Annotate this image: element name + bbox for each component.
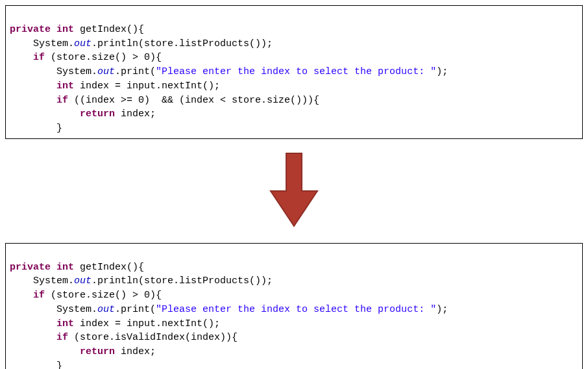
keyword-if: if [33,52,45,63]
keyword-private: private [10,262,51,273]
code-text: .print( [115,66,156,77]
code-text: .print( [115,304,156,315]
code-text [10,318,56,329]
code-text [10,108,80,120]
keyword-int: int [56,318,74,329]
code-text: getIndex(){ [74,262,144,273]
code-text [10,81,56,92]
code-text: .println(store.listProducts()); [92,38,273,49]
code-text: ); [436,66,448,77]
arrow-path [271,153,317,226]
down-arrow-icon [268,151,320,229]
keyword-if: if [56,332,68,343]
code-text: (store.isValidIndex(index)){ [68,332,238,343]
code-text: index = input.nextInt(); [74,81,220,92]
code-text [10,290,33,301]
field-out: out [74,275,92,286]
code-text: (store.size() > 0){ [45,52,162,63]
keyword-int: int [56,262,74,273]
code-text [10,346,80,357]
string-literal: "Please enter the index to select the pr… [156,304,436,315]
keyword-if: if [56,95,68,106]
code-text: ((index >= 0) && (index < store.size()))… [68,95,319,106]
keyword-if: if [33,290,45,301]
keyword-return: return [80,108,115,120]
code-text: System. [10,304,97,315]
code-text [10,52,33,63]
field-out: out [97,66,115,77]
code-text: index; [115,346,156,357]
code-text: index = input.nextInt(); [74,318,220,329]
code-text: index; [115,108,156,120]
code-text: } [10,361,62,369]
keyword-private: private [10,24,51,35]
keyword-return: return [80,346,115,357]
code-text [10,95,56,106]
field-out: out [97,304,115,315]
code-text [10,332,56,343]
code-text: } [10,123,62,134]
code-text: ); [436,304,448,315]
code-text: System. [10,275,74,286]
field-out: out [74,38,92,49]
arrow-container [5,139,583,243]
string-literal: "Please enter the index to select the pr… [156,66,436,77]
code-after: private int getIndex(){ System.out.print… [5,243,583,369]
code-text: .println(store.listProducts()); [92,275,273,286]
code-before: private int getIndex(){ System.out.print… [5,5,583,139]
code-text: (store.size() > 0){ [45,290,162,301]
keyword-int: int [56,81,74,92]
code-text: System. [10,66,97,77]
code-text: getIndex(){ [74,24,144,35]
code-text: System. [10,38,74,49]
keyword-int: int [56,24,74,35]
